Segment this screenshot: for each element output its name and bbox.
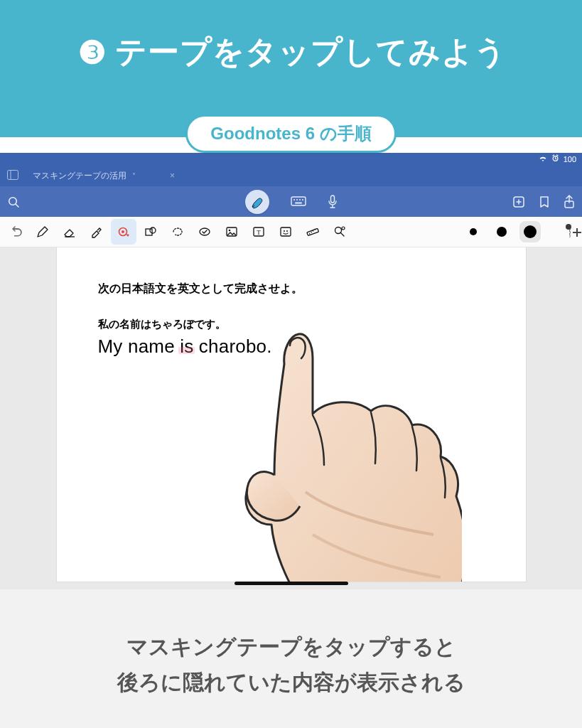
svg-point-19 — [200, 228, 210, 235]
tool-strip: T — [0, 217, 582, 247]
app-toolbar — [0, 186, 582, 217]
svg-line-4 — [16, 204, 18, 207]
text-tool[interactable]: T — [246, 219, 271, 245]
svg-rect-11 — [330, 196, 334, 203]
lasso-tool[interactable] — [165, 219, 190, 245]
tutorial-banner: ❸ テープをタップしてみよう Goodnotes 6 の手順 — [0, 0, 582, 137]
canvas-area[interactable]: 次の日本語文を英文として完成させよ。 私の名前はちゃろぼです。 My name … — [0, 247, 582, 589]
sticker-tool[interactable] — [273, 219, 298, 245]
pointing-hand-illustration — [206, 321, 462, 582]
eraser-tool[interactable] — [57, 219, 82, 245]
stamp-tool[interactable] — [192, 219, 217, 245]
add-color-button[interactable] — [569, 225, 571, 238]
caption-line-1: マスキングテープをタップすると — [126, 635, 456, 658]
share-icon[interactable] — [564, 195, 575, 209]
ruler-tool[interactable] — [300, 219, 325, 245]
document-tab-title: マスキングテープの活用 — [33, 170, 126, 182]
svg-point-7 — [296, 199, 298, 200]
wifi-icon — [539, 155, 547, 164]
pen-tool[interactable] — [30, 219, 55, 245]
japanese-sentence: 私の名前はちゃろぼです。 — [98, 318, 485, 331]
tape-tool[interactable] — [111, 219, 136, 245]
document-tab[interactable]: マスキングテープの活用 ˅ × — [27, 166, 180, 186]
pointer-tool[interactable] — [327, 219, 352, 245]
svg-point-25 — [284, 230, 285, 232]
undo-button[interactable] — [6, 219, 27, 245]
battery-text: 100 — [564, 155, 576, 164]
svg-rect-27 — [307, 229, 319, 236]
search-icon[interactable] — [7, 196, 20, 208]
keyboard-icon[interactable] — [291, 196, 306, 208]
svg-rect-5 — [291, 197, 306, 205]
svg-point-8 — [299, 199, 301, 200]
svg-point-6 — [293, 199, 295, 200]
instruction-text: 次の日本語文を英文として完成させよ。 — [98, 282, 485, 296]
tape-revealed-word[interactable]: is — [180, 336, 193, 357]
step-number-badge: ❸ — [75, 36, 109, 70]
svg-point-9 — [302, 199, 303, 200]
add-page-icon[interactable] — [512, 196, 525, 208]
alarm-icon — [551, 154, 559, 164]
ipad-status-bar: 100 — [0, 153, 582, 166]
pen-mode-button[interactable] — [245, 190, 269, 214]
shape-tool[interactable] — [138, 219, 163, 245]
svg-rect-1 — [8, 170, 18, 179]
svg-text:T: T — [257, 229, 261, 236]
tutorial-caption: マスキングテープをタップすると 後ろに隠れていた内容が表示される — [0, 589, 582, 728]
mic-icon[interactable] — [328, 195, 338, 209]
document-page[interactable]: 次の日本語文を英文として完成させよ。 私の名前はちゃろぼです。 My name … — [57, 247, 526, 582]
tab-chevron-icon: ˅ — [132, 172, 136, 180]
stroke-size-medium[interactable] — [519, 221, 541, 242]
image-tool[interactable] — [219, 219, 244, 245]
english-sentence: My name is charobo. — [98, 336, 485, 358]
bookmark-icon[interactable] — [539, 196, 549, 208]
sidebar-toggle-icon[interactable] — [7, 170, 18, 182]
tutorial-title-text: テープをタップしてみよう — [115, 31, 507, 73]
svg-point-29 — [342, 227, 345, 230]
svg-point-26 — [286, 230, 288, 232]
stroke-size-tiny[interactable] — [463, 221, 484, 242]
tab-close-icon[interactable]: × — [170, 171, 175, 181]
svg-point-16 — [122, 230, 124, 233]
highlighter-tool[interactable] — [84, 219, 109, 245]
svg-rect-24 — [281, 228, 291, 236]
document-tab-bar: マスキングテープの活用 ˅ × — [0, 166, 582, 186]
stroke-size-small[interactable] — [491, 221, 512, 242]
english-before: My name — [98, 336, 180, 357]
svg-point-21 — [229, 230, 231, 232]
app-version-pill: Goodnotes 6 の手順 — [185, 114, 396, 153]
svg-rect-10 — [295, 202, 302, 203]
tutorial-title: ❸ テープをタップしてみよう — [75, 31, 507, 73]
svg-point-18 — [150, 228, 156, 233]
english-after: charobo. — [193, 336, 271, 357]
caption-line-2: 後ろに隠れていた内容が表示される — [117, 670, 465, 694]
home-indicator — [235, 582, 348, 585]
